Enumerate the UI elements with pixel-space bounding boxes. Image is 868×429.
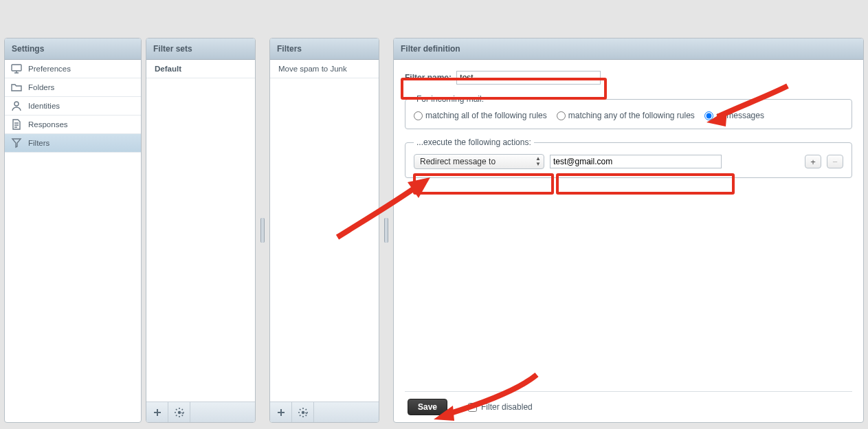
filter-name-input[interactable] — [456, 71, 601, 85]
remove-action-button[interactable]: − — [827, 155, 843, 168]
add-action-button[interactable]: + — [805, 155, 821, 168]
radio-all-rules[interactable]: matching all of the following rules — [414, 111, 547, 120]
actions-legend: ...execute the following actions: — [414, 138, 534, 147]
sidebar-item-folders[interactable]: Folders — [5, 78, 141, 97]
filterset-item[interactable]: Default — [146, 60, 255, 78]
svg-rect-0 — [12, 65, 21, 71]
filtersets-footer — [146, 402, 255, 422]
radio-all-rules-input[interactable] — [414, 111, 423, 120]
radio-label: all messages — [716, 111, 764, 120]
incoming-legend: For incoming mail: — [414, 94, 487, 104]
filters-panel: Filters Move spam to Junk — [269, 38, 379, 423]
filtersets-panel: Filter sets Default — [146, 38, 256, 423]
user-icon — [11, 100, 22, 111]
radio-any-rules-input[interactable] — [557, 111, 566, 120]
action-target-input[interactable] — [550, 155, 722, 168]
doc-icon — [11, 119, 22, 130]
folder-icon — [11, 82, 22, 93]
settings-header: Settings — [5, 38, 141, 60]
add-filter-button[interactable] — [270, 402, 292, 422]
action-type-select[interactable]: Redirect message to ▲▼ — [414, 154, 544, 169]
filters-footer — [270, 402, 379, 422]
settings-list: Preferences Folders Identities Responses… — [5, 60, 141, 422]
filter-label: Move spam to Junk — [278, 65, 347, 73]
filter-name-label: Filter name: — [405, 73, 452, 82]
svg-point-3 — [301, 410, 304, 413]
filter-disabled-toggle[interactable]: Filter disabled — [468, 402, 533, 412]
sidebar-item-preferences[interactable]: Preferences — [5, 60, 141, 78]
sidebar-item-label: Identities — [28, 102, 60, 110]
filterset-label: Default — [155, 65, 181, 73]
svg-point-2 — [177, 410, 180, 413]
add-filterset-button[interactable] — [146, 402, 168, 422]
radio-all-messages[interactable]: all messages — [704, 111, 764, 120]
monitor-icon — [11, 63, 22, 74]
radio-all-messages-input[interactable] — [704, 111, 713, 120]
radio-any-rules[interactable]: matching any of the following rules — [557, 111, 695, 120]
select-value: Redirect message to — [420, 157, 496, 166]
actions-fieldset: ...execute the following actions: Redire… — [405, 138, 852, 178]
filter-gear-button[interactable] — [292, 402, 314, 422]
filter-item[interactable]: Move spam to Junk — [270, 60, 379, 78]
sidebar-item-label: Preferences — [28, 65, 71, 73]
sidebar-item-responses[interactable]: Responses — [5, 116, 141, 134]
sidebar-item-label: Filters — [28, 139, 49, 147]
splitter-handle[interactable] — [383, 38, 389, 423]
sidebar-item-filters[interactable]: Filters — [5, 134, 141, 153]
sidebar-item-label: Folders — [28, 83, 54, 91]
incoming-fieldset: For incoming mail: matching all of the f… — [405, 94, 852, 129]
definition-footer: Save Filter disabled — [405, 391, 852, 417]
filters-list: Move spam to Junk — [270, 60, 379, 402]
filterset-gear-button[interactable] — [168, 402, 190, 422]
definition-header: Filter definition — [394, 38, 863, 60]
filter-icon — [11, 138, 22, 148]
svg-point-1 — [14, 102, 19, 106]
save-button[interactable]: Save — [408, 399, 447, 415]
filter-name-row: Filter name: — [405, 71, 852, 85]
splitter-handle[interactable] — [260, 38, 265, 423]
select-arrows-icon: ▲▼ — [535, 156, 541, 167]
radio-label: matching all of the following rules — [425, 111, 547, 120]
definition-panel: Filter definition Filter name: For incom… — [393, 38, 864, 423]
definition-body: Filter name: For incoming mail: matching… — [394, 60, 863, 422]
filtersets-list: Default — [146, 60, 255, 402]
settings-panel: Settings Preferences Folders Identities … — [4, 38, 142, 423]
sidebar-item-label: Responses — [28, 120, 68, 129]
filter-disabled-checkbox[interactable] — [468, 403, 477, 412]
filter-disabled-label: Filter disabled — [481, 402, 533, 412]
sidebar-item-identities[interactable]: Identities — [5, 97, 141, 116]
filters-header: Filters — [270, 38, 379, 60]
radio-label: matching any of the following rules — [568, 111, 695, 120]
filtersets-header: Filter sets — [146, 38, 255, 60]
